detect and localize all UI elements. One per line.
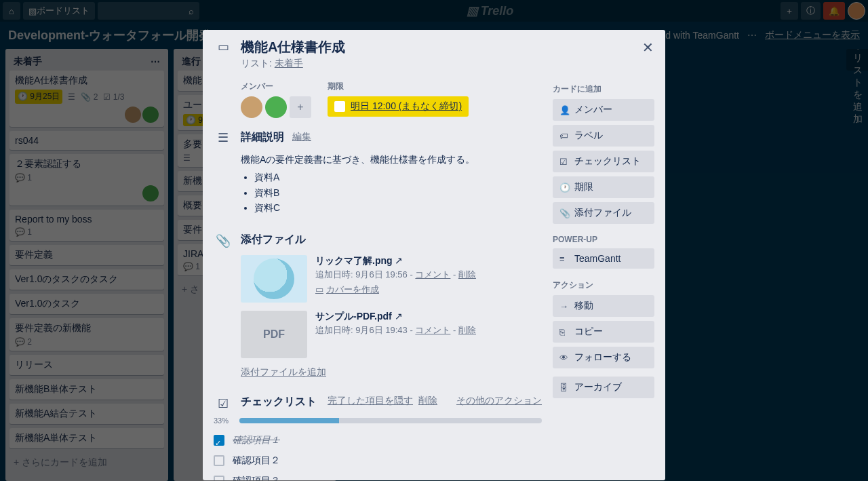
archive-button[interactable]: 🗄アーカイブ — [553, 377, 654, 398]
card-title[interactable]: 機能A仕様書作成 — [241, 38, 654, 56]
move-button[interactable]: →移動 — [553, 295, 654, 317]
checklist-item[interactable]: 確認項目２ — [214, 450, 542, 471]
attachment[interactable]: PDFサンプル-PDF.pdf ↗追加日時: 9月6日 19:43 - コメント… — [214, 311, 542, 358]
add-members-button[interactable]: 👤メンバー — [553, 99, 654, 121]
attachment-icon: 📎 — [214, 232, 233, 248]
checklist-item[interactable]: ✓確認項目１ — [214, 430, 542, 450]
checklist-checkbox[interactable] — [214, 476, 224, 480]
delete-checklist[interactable]: 削除 — [418, 395, 437, 407]
add-attachment[interactable]: 添付ファイルを追加 — [214, 366, 542, 379]
attachment[interactable]: リックマ了解.png ↗追加日時: 9月6日 19:56 - コメント - 削除… — [214, 255, 542, 303]
checklist-checkbox[interactable]: ✓ — [214, 435, 224, 446]
add-member-button[interactable]: + — [290, 96, 311, 118]
add-checklist-button[interactable]: ☑チェックリスト — [553, 151, 654, 172]
card-list-info: リスト: 未着手 — [241, 58, 654, 70]
edit-description[interactable]: 編集 — [292, 131, 311, 143]
other-actions[interactable]: その他のアクション — [456, 395, 542, 407]
card-icon: ▭ — [214, 38, 233, 81]
hide-completed[interactable]: 完了した項目を隠す — [328, 395, 413, 407]
add-labels-button[interactable]: 🏷ラベル — [553, 125, 654, 147]
powerup-teamgantt[interactable]: ≡TeamGantt — [553, 248, 654, 269]
follow-button[interactable]: 👁フォローする — [553, 347, 654, 368]
checklist-icon: ☑ — [214, 395, 233, 411]
member-avatar[interactable] — [241, 96, 262, 118]
copy-button[interactable]: ⎘コピー — [553, 321, 654, 343]
add-attachment-button[interactable]: 📎添付ファイル — [553, 202, 654, 224]
description-icon: ☰ — [214, 129, 233, 145]
checklist-item[interactable]: 確認項目３ — [214, 471, 542, 480]
checklist-checkbox[interactable] — [214, 455, 224, 466]
make-cover[interactable]: ▭ カバーを作成 — [315, 284, 542, 296]
due-date-badge[interactable]: 明日 12:00 (まもなく締切) — [328, 96, 469, 117]
member-avatar[interactable] — [265, 96, 287, 118]
add-due-button[interactable]: 🕐期限 — [553, 176, 654, 198]
due-checkbox[interactable] — [334, 101, 345, 112]
description[interactable]: 機能Aの要件定義書に基づき、機能仕様書を作成する。 資料A資料B資料C — [214, 152, 542, 216]
close-button[interactable]: ✕ — [637, 37, 658, 58]
